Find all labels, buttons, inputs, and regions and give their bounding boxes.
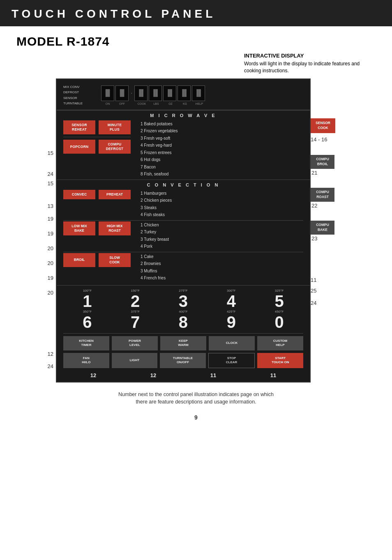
preheat-btn[interactable]: PREHEAT — [99, 190, 131, 199]
digit-3[interactable]: 3 — [159, 293, 208, 310]
left-num-13: 13 — [48, 201, 53, 212]
convection-label: C O N V E C T I O N — [63, 182, 303, 187]
sensor-cook-btn[interactable]: SENSORCOOK — [311, 118, 335, 133]
convec-btn[interactable]: CONVEC — [63, 190, 95, 199]
microwave-food-list: 1 Baked potatoes 2 Frozen vegetables 3 F… — [136, 120, 303, 178]
page-header: TOUCH CONTROL PANEL — [0, 0, 392, 26]
left-num-19a: 19 — [48, 212, 53, 226]
broil-food-list: 1 Hamburgers 2 Chicken pieces 3 Steaks 4… — [136, 190, 303, 219]
popcorn-btn[interactable]: POPCORN — [63, 140, 95, 154]
digit-7[interactable]: 7 — [111, 313, 159, 331]
digit-6[interactable]: 6 — [63, 313, 111, 331]
seg6: ▐▌ — [178, 85, 191, 101]
left-num-20c: 20 — [48, 286, 53, 300]
col-num-12b: 12 — [150, 372, 156, 378]
sensor-reheat-btn[interactable]: SENSORREHEAT — [63, 120, 95, 134]
col-num-11b: 11 — [270, 372, 276, 378]
light-btn[interactable]: LIGHT — [112, 353, 158, 368]
div-conv1 — [63, 220, 303, 221]
broil-btn[interactable]: BROIL — [63, 253, 95, 267]
digit-2[interactable]: 2 — [111, 293, 159, 310]
page-number: 9 — [16, 414, 376, 421]
right-num-21: 21 — [311, 170, 317, 176]
col-num-12a: 12 — [90, 372, 96, 378]
micro-divider1 — [63, 137, 131, 137]
digit-5[interactable]: 5 — [255, 293, 303, 310]
digit-0[interactable]: 0 — [255, 313, 303, 331]
bake-food-list: 1 Cake 2 Brownies 3 Muffins 4 French fri… — [136, 253, 303, 282]
fan-hilo-btn[interactable]: FANHI/LO — [63, 353, 109, 368]
right-num-24: 24 — [311, 300, 316, 306]
col-num-11a: 11 — [210, 372, 216, 378]
minute-plus-btn[interactable]: MINUTEPLUS — [99, 120, 131, 134]
seg1: ▐▌ — [101, 85, 114, 101]
left-num-24a: 24 — [48, 169, 53, 180]
stop-clear-btn[interactable]: STOPCLEAR — [208, 353, 255, 368]
display-area: MIX CONV DEFROST SENSOR TURNTABLE ▐▌ ▐▌ … — [57, 79, 310, 110]
convection-section: C O N V E C T I O N CONVEC PREHEAT 1 Ham… — [57, 180, 310, 285]
left-num-20a: 20 — [48, 241, 53, 256]
interactive-display-desc: Words will light in the display to indic… — [244, 60, 376, 74]
compu-bake-btn[interactable]: COMPUBAKE — [311, 221, 334, 235]
digit-4[interactable]: 4 — [207, 293, 255, 310]
low-mix-bake-btn[interactable]: LOW MIXBAKE — [63, 221, 95, 235]
div-numpad-bottom — [63, 333, 303, 334]
digit-1[interactable]: 1 — [63, 293, 111, 310]
seg3: ▐▌ — [134, 85, 148, 101]
slow-cook-btn[interactable]: SLOWCOOK — [99, 253, 131, 267]
high-mix-roast-btn[interactable]: HIGH MIXROAST — [99, 221, 131, 235]
panel-outer: MIX CONV DEFROST SENSOR TURNTABLE ▐▌ ▐▌ … — [56, 78, 311, 383]
microwave-section: M I C R O W A V E SENSORREHEAT MINUTEPLU… — [57, 111, 310, 180]
left-num-12a: 12 — [48, 348, 53, 360]
interactive-display-title: INTERACTIVE DISPLAY — [244, 53, 376, 59]
compu-roast-btn[interactable]: COMPUROAST — [311, 188, 334, 202]
roast-food-list: 1 Chicken 2 Turkey 3 Turkey breast 4 Por… — [136, 221, 303, 250]
right-num-22: 22 — [311, 203, 317, 209]
power-level-btn[interactable]: POWERLEVEL — [112, 336, 158, 350]
digit-9[interactable]: 9 — [207, 313, 255, 331]
left-num-24b: 24 — [48, 360, 53, 373]
custom-help-btn[interactable]: CUSTOMHELP — [257, 336, 303, 350]
numpad-area: 100°F 1 150°F 2 275°F 3 300°F 4 — [57, 286, 310, 382]
start-touch-on-btn[interactable]: STARTTOUCH ON — [257, 353, 303, 368]
seg-dot1: · — [131, 90, 132, 97]
model-label: MODEL R-1874 — [16, 35, 376, 48]
seg5: ▐▌ — [163, 85, 176, 101]
seg2: ▐▌ — [115, 85, 129, 101]
kitchen-timer-btn[interactable]: KITCHENTIMER — [63, 336, 109, 350]
header-title: TOUCH CONTROL PANEL — [12, 7, 216, 20]
compu-broil-btn[interactable]: COMPUBROIL — [311, 155, 334, 169]
turntable-onoff-btn[interactable]: TURNTABLEON/OFF — [160, 353, 206, 368]
right-num-25: 25 — [311, 288, 316, 294]
right-num-11: 11 — [311, 277, 316, 283]
microwave-label: M I C R O W A V E — [63, 113, 303, 118]
left-num-19c: 19 — [48, 271, 53, 286]
div-conv2 — [63, 252, 303, 252]
seg4: ▐▌ — [149, 85, 162, 101]
left-num-15a: 15 — [48, 147, 53, 169]
digit-8[interactable]: 8 — [159, 313, 208, 331]
seg7: ▐▌ — [192, 85, 205, 101]
bottom-col-nums: 12 12 11 11 — [63, 371, 303, 378]
left-num-15b: 15 — [48, 180, 53, 201]
compu-defrost-btn[interactable]: COMPUDEFROST — [99, 140, 131, 154]
keep-warm-btn[interactable]: KEEPWARM — [160, 336, 206, 350]
footer-text: Number next to the control panel illustr… — [16, 391, 376, 410]
clock-btn[interactable]: CLOCK — [209, 336, 255, 350]
right-num-14-16: 14 - 16 — [311, 136, 327, 143]
left-num-19b: 19 — [48, 226, 53, 241]
display-text-labels: MIX CONV DEFROST SENSOR TURNTABLE — [63, 84, 96, 106]
left-num-20b: 20 — [48, 256, 53, 271]
